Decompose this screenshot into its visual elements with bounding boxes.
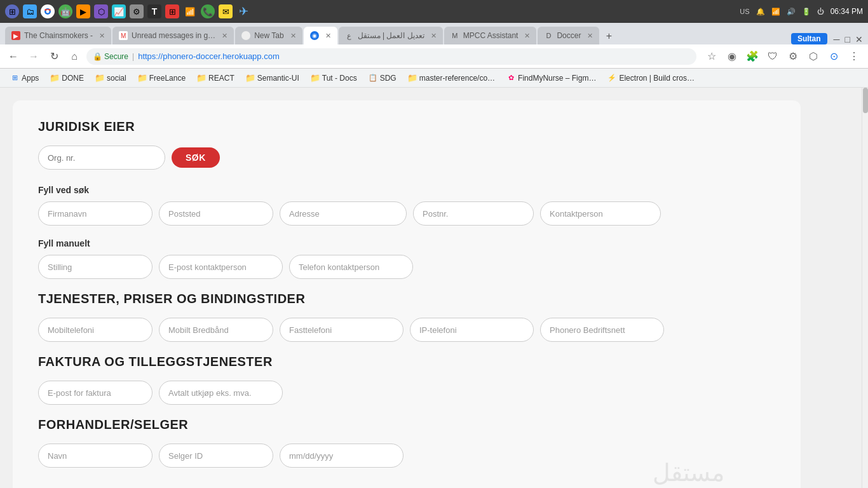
bookmark-apps[interactable]: ⊞ Apps <box>5 72 44 84</box>
tab-close-gmail[interactable]: ✕ <box>222 32 227 40</box>
sync-button[interactable]: ⊙ <box>825 48 843 65</box>
telefon-kontakt-input[interactable] <box>289 255 413 279</box>
bookmark-done[interactable]: 📁 DONE <box>45 72 89 84</box>
tab-newtab[interactable]: New Tab ✕ <box>235 27 302 44</box>
settings-button[interactable]: ⚙ <box>784 48 802 65</box>
mobiltelefoni-input[interactable] <box>38 318 153 342</box>
tab-arabic[interactable]: ع تعديل العمل | مستقل ✕ <box>339 27 443 44</box>
epost-faktura-input[interactable] <box>38 381 153 405</box>
wifi-icon[interactable]: 📶 <box>183 4 197 18</box>
volume-icon: 🔊 <box>787 8 796 16</box>
address-actions: ☆ ◉ 🧩 🛡 ⚙ ⬡ ⊙ ⋮ <box>703 48 863 65</box>
launcher-icon[interactable]: ⊞ <box>5 4 19 18</box>
tab-label-doccer: Doccer <box>557 31 581 40</box>
forward-button[interactable]: → <box>25 48 42 65</box>
vlc-icon[interactable]: ▶ <box>76 4 90 18</box>
address-input-container[interactable]: 🔒 Secure | https://phonero-doccer.heroku… <box>86 48 696 65</box>
back-button[interactable]: ← <box>5 48 22 65</box>
content-wrapper: JURIDISK EIER SØK Fyll ved søk Fyll manu… <box>0 88 868 488</box>
locale: US <box>740 8 749 15</box>
tab-close-chainsmokers[interactable]: ✕ <box>99 32 105 40</box>
bookmark-react[interactable]: 📁 REACT <box>192 72 240 84</box>
tab-mpcc[interactable]: M MPCC Assistant ✕ <box>444 27 537 44</box>
kontaktperson-input[interactable] <box>540 201 661 226</box>
tab-close-phonero[interactable]: ✕ <box>325 32 331 40</box>
dato-input[interactable] <box>280 444 403 468</box>
tab-doccer[interactable]: D Doccer ✕ <box>538 27 599 44</box>
mobilt-bredband-input[interactable] <box>159 318 273 342</box>
minimize-button[interactable]: ─ <box>834 34 840 44</box>
tab-gmail[interactable]: M Unread messages in g… ✕ <box>112 27 234 44</box>
bookmark-social[interactable]: 📁 social <box>90 72 132 84</box>
files-icon[interactable]: 🗂 <box>23 4 37 18</box>
section-juridisk-eier: JURIDISK EIER SØK Fyll ved søk Fyll manu… <box>38 119 775 279</box>
scrollbar-track[interactable] <box>862 88 868 488</box>
avtalt-utkjop-input[interactable] <box>159 381 283 405</box>
navn-input[interactable] <box>38 444 153 468</box>
grid-icon[interactable]: ⊞ <box>165 4 179 18</box>
search-row: SØK <box>38 146 775 170</box>
tab-favicon-gmail: M <box>119 31 128 40</box>
mail-icon[interactable]: ✉ <box>219 4 233 18</box>
new-tab-button[interactable]: + <box>600 28 617 44</box>
text-editor-icon[interactable]: T <box>147 4 161 18</box>
selger-id-input[interactable] <box>159 444 273 468</box>
org-nr-input[interactable] <box>38 146 165 170</box>
tab-close-mpcc[interactable]: ✕ <box>524 32 530 40</box>
close-window-button[interactable]: ✕ <box>855 34 863 44</box>
firmanavn-input[interactable] <box>38 201 153 226</box>
tab-close-doccer[interactable]: ✕ <box>587 32 593 40</box>
monitor-icon[interactable]: 📈 <box>112 4 126 18</box>
puzzle-icon[interactable]: ⬡ <box>94 4 108 18</box>
phone-icon[interactable]: 📞 <box>201 4 215 18</box>
bookmark-sdg[interactable]: 📋 SDG <box>363 72 402 84</box>
tab-phonero[interactable]: ◉ ✕ <box>304 27 337 44</box>
bookmark-label-sdg: SDG <box>380 74 397 83</box>
secure-indicator: 🔒 Secure <box>93 52 128 61</box>
reload-button[interactable]: ↻ <box>46 48 62 65</box>
fields-row5 <box>38 444 775 468</box>
bookmark-findmynurse[interactable]: ✿ FindMyNurse – Figm… <box>501 72 601 84</box>
extensions-button[interactable]: 🧩 <box>743 48 761 65</box>
ip-telefoni-input[interactable] <box>410 318 534 342</box>
tab-chainsmokers[interactable]: ▶ The Chainsmokers - ✕ <box>5 27 111 44</box>
bookmark-star-button[interactable]: ☆ <box>703 48 721 65</box>
bookmark-freelance[interactable]: 📁 FreeLance <box>133 72 191 84</box>
search-button[interactable]: SØK <box>172 147 220 168</box>
tab-favicon-doccer: D <box>544 31 553 40</box>
epost-kontakt-input[interactable] <box>159 255 283 279</box>
scrollbar-thumb[interactable] <box>863 88 868 113</box>
bookmark-electron[interactable]: ⚡ Electron | Build cros… <box>602 72 700 84</box>
phonero-bedriftsnett-input[interactable] <box>540 318 664 342</box>
extensions2-button[interactable]: ⬡ <box>804 48 822 65</box>
adresse-input[interactable] <box>280 201 407 226</box>
fasttelefoni-input[interactable] <box>280 318 403 342</box>
fields-row1 <box>38 201 775 226</box>
tab-close-arabic[interactable]: ✕ <box>431 32 437 40</box>
tab-close-newtab[interactable]: ✕ <box>290 32 296 40</box>
bookmark-master-ref[interactable]: 📁 master-reference/co… <box>403 72 500 84</box>
postnr-input[interactable] <box>413 201 534 226</box>
bookmark-tut-docs[interactable]: 📁 Tut - Docs <box>306 72 362 84</box>
bookmark-label-apps: Apps <box>22 74 39 83</box>
section2-title: TJENESTER, PRISER OG BINDINGSTIDER <box>38 292 775 306</box>
menu-button[interactable]: ⋮ <box>845 48 863 65</box>
maximize-button[interactable]: □ <box>845 34 850 44</box>
android-icon[interactable]: 🤖 <box>58 4 72 18</box>
reader-view-button[interactable]: ◉ <box>723 48 741 65</box>
folder-tutdocs-icon: 📁 <box>311 74 320 83</box>
bookmark-semantic[interactable]: 📁 Semantic-UI <box>241 72 304 84</box>
chrome-icon[interactable] <box>41 4 55 18</box>
home-button[interactable]: ⌂ <box>66 48 83 65</box>
folder-freelance-icon: 📁 <box>138 74 147 83</box>
poststed-input[interactable] <box>159 201 273 226</box>
folder-react-icon: 📁 <box>197 74 206 83</box>
bookmarks-bar: ⊞ Apps 📁 DONE 📁 social 📁 FreeLance 📁 REA… <box>0 69 868 88</box>
gear-icon[interactable]: ⚙ <box>130 4 144 18</box>
shield-button[interactable]: 🛡 <box>764 48 782 65</box>
fields-row2 <box>38 255 775 279</box>
wifi-status-icon: 📶 <box>771 8 780 16</box>
plane-icon[interactable]: ✈ <box>236 4 250 18</box>
tab-bar: ▶ The Chainsmokers - ✕ M Unread messages… <box>0 23 868 44</box>
stilling-input[interactable] <box>38 255 153 279</box>
